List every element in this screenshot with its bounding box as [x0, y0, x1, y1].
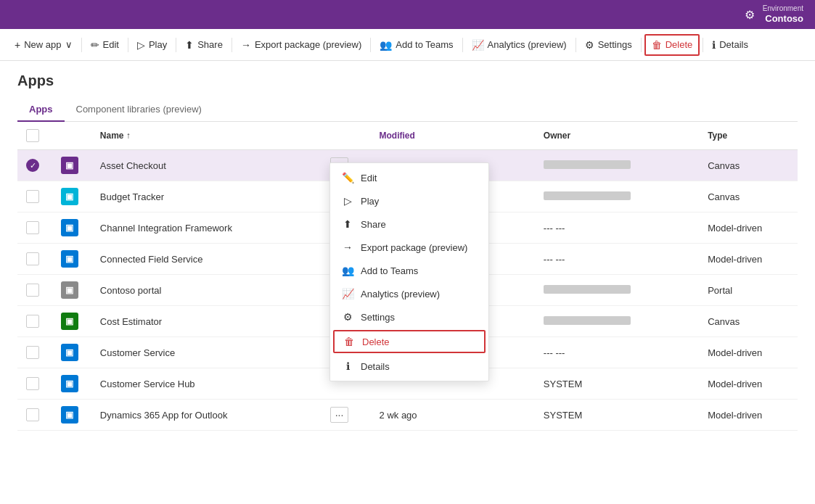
row-checkbox-cell: ✓ — [17, 150, 52, 181]
row-name-cell: Asset Checkout — [91, 150, 322, 181]
settings-menu-icon: ⚙ — [342, 311, 353, 323]
app-icon: ▣ — [61, 250, 78, 268]
analytics-button[interactable]: 📈 Analytics (preview) — [466, 36, 573, 54]
row-checkbox-cell — [17, 400, 52, 431]
context-menu-export[interactable]: → Export package (preview) — [330, 236, 488, 259]
row-selected-check: ✓ — [26, 159, 39, 172]
page-title: Apps — [17, 73, 798, 89]
col-header-name[interactable]: Name ↑ — [91, 122, 322, 150]
teams-menu-icon: 👥 — [342, 265, 353, 276]
details-button[interactable]: ℹ Details — [706, 36, 754, 54]
row-name-cell: Channel Integration Framework — [91, 212, 322, 244]
analytics-icon: 📈 — [472, 39, 484, 51]
app-type: Portal — [708, 285, 732, 296]
toolbar-separator-3 — [176, 38, 176, 52]
row-name-cell: Connected Field Service — [91, 244, 322, 275]
context-menu-analytics[interactable]: 📈 Analytics (preview) — [330, 282, 488, 305]
play-icon: ▷ — [137, 39, 145, 51]
tab-apps[interactable]: Apps — [17, 98, 65, 122]
row-owner-cell: SYSTEM — [535, 368, 699, 400]
app-name: Budget Tracker — [100, 191, 164, 202]
row-checkbox-cell — [17, 368, 52, 400]
row-more-button[interactable]: ··· — [330, 407, 349, 423]
row-owner-cell: SYSTEM — [535, 400, 699, 431]
col-header-modified: Modified — [371, 122, 535, 150]
app-name: Dynamics 365 App for Outlook — [100, 410, 228, 421]
new-app-button[interactable]: + New app ∨ — [9, 36, 78, 54]
app-icon: ▣ — [61, 313, 78, 330]
edit-menu-icon: ✏️ — [342, 172, 353, 183]
modified-text: 2 wk ago — [380, 410, 417, 421]
col-header-icon — [52, 122, 91, 150]
apps-table-wrapper: Name ↑ Modified Owner Type ✓ ▣ Asset Che… — [17, 122, 798, 431]
app-name: Contoso portal — [100, 285, 162, 296]
toolbar-separator-5 — [370, 38, 371, 52]
share-icon: ⬆ — [185, 39, 194, 51]
info-icon: ℹ — [712, 39, 716, 51]
app-type: Model-driven — [708, 223, 762, 234]
row-icon-cell: ▣ — [52, 212, 91, 244]
settings-button[interactable]: ⚙ Settings — [579, 36, 638, 54]
row-owner-cell: --- --- — [535, 244, 699, 275]
share-button[interactable]: ⬆ Share — [179, 36, 229, 54]
context-menu-delete[interactable]: 🗑 Delete — [333, 330, 486, 353]
context-menu-details[interactable]: ℹ Details — [330, 355, 488, 378]
row-icon-cell: ▣ — [52, 150, 91, 181]
export-package-button[interactable]: → Export package (preview) — [235, 36, 367, 54]
row-checkbox[interactable] — [26, 346, 39, 359]
toolbar-separator-4 — [232, 38, 232, 52]
row-type-cell: Model-driven — [699, 400, 798, 431]
row-checkbox[interactable] — [26, 377, 39, 390]
play-button[interactable]: ▷ Play — [131, 36, 173, 54]
environment-icon: ⚙ — [742, 7, 757, 22]
app-name: Asset Checkout — [100, 160, 166, 171]
row-checkbox[interactable] — [26, 252, 39, 265]
context-menu-settings[interactable]: ⚙ Settings — [330, 305, 488, 329]
app-icon: ▣ — [61, 344, 78, 361]
share-menu-icon: ⬆ — [342, 218, 353, 230]
export-icon: → — [241, 39, 251, 51]
row-checkbox[interactable] — [26, 284, 39, 297]
row-modified-cell: 2 wk ago — [371, 400, 535, 431]
row-name-cell: Customer Service Hub — [91, 368, 322, 400]
owner-blurred — [544, 285, 631, 294]
row-owner-cell — [535, 181, 699, 212]
context-menu-share[interactable]: ⬆ Share — [330, 212, 488, 236]
plus-icon: + — [15, 39, 20, 51]
owner-blurred — [544, 160, 631, 169]
delete-button[interactable]: 🗑 Delete — [644, 34, 700, 56]
environment-info: ⚙ Environment Contoso — [742, 4, 803, 25]
row-name-cell: Customer Service — [91, 337, 322, 368]
environment-name: Contoso — [763, 13, 803, 25]
app-icon: ▣ — [61, 281, 78, 299]
row-type-cell: Model-driven — [699, 368, 798, 400]
row-icon-cell: ▣ — [52, 244, 91, 275]
toolbar-separator-8 — [641, 38, 642, 52]
select-all-checkbox[interactable] — [26, 129, 39, 142]
details-menu-icon: ℹ — [342, 360, 353, 372]
tabs: Apps Component libraries (preview) — [17, 98, 798, 122]
row-checkbox[interactable] — [26, 408, 39, 421]
app-name: Connected Field Service — [100, 254, 203, 265]
row-checkbox[interactable] — [26, 221, 39, 234]
delete-icon: 🗑 — [652, 39, 662, 51]
context-menu-edit[interactable]: ✏️ Edit — [330, 166, 488, 189]
context-menu-play[interactable]: ▷ Play — [330, 189, 488, 212]
row-icon-cell: ▣ — [52, 368, 91, 400]
app-name: Customer Service — [100, 347, 175, 358]
row-dots-cell: ··· — [322, 400, 371, 431]
row-checkbox[interactable] — [26, 190, 39, 203]
row-checkbox-cell — [17, 337, 52, 368]
add-to-teams-button[interactable]: 👥 Add to Teams — [374, 36, 459, 54]
col-header-checkbox — [17, 122, 52, 150]
tab-component-libraries[interactable]: Component libraries (preview) — [65, 98, 213, 122]
row-checkbox[interactable] — [26, 315, 39, 328]
edit-button[interactable]: ✏ Edit — [85, 36, 125, 54]
row-type-cell: Canvas — [699, 181, 798, 212]
export-menu-icon: → — [342, 241, 353, 253]
context-menu: ✏️ Edit ▷ Play ⬆ Share → Export package … — [329, 162, 489, 381]
row-checkbox-cell — [17, 212, 52, 244]
context-menu-teams[interactable]: 👥 Add to Teams — [330, 259, 488, 282]
table-row[interactable]: ▣ Dynamics 365 App for Outlook ··· 2 wk … — [17, 400, 798, 431]
row-type-cell: Model-driven — [699, 337, 798, 368]
